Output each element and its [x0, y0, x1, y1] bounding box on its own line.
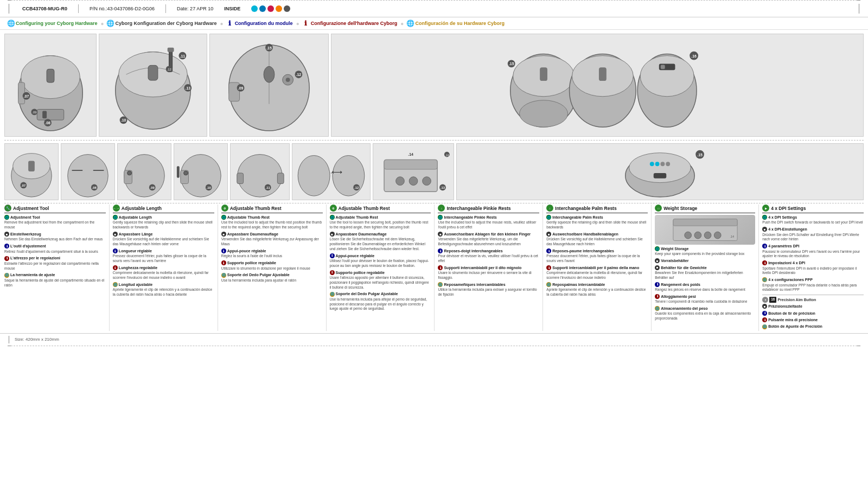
row2-img-6: ⟷ .12 [292, 143, 371, 200]
section-title-adjustment: 🔧 Adjustment Tool [4, 205, 106, 213]
svg-text:.09: .09 [150, 186, 155, 189]
it-badge: ℹ [4, 256, 9, 261]
divider-3 [326, 205, 327, 331]
section-weight-storage: □ Weight Storage .14 [655, 205, 755, 331]
step-num-11: ↕ [438, 205, 445, 212]
divider-6 [651, 205, 652, 331]
title-adjustment: Adjustment Tool [13, 206, 49, 211]
lang-de-adjustment: ■ Einstellwerkzeug Nehmen Sie das Einste… [4, 232, 106, 242]
section-pinkie: ↕ Interchangeable Pinkie Rests 🌐 Interch… [438, 205, 539, 331]
svg-rect-70 [177, 166, 180, 178]
svg-point-107 [684, 232, 691, 239]
svg-text:.14: .14 [730, 235, 734, 238]
title-it-text: Configurazione dell'hardware Cyborg [311, 21, 398, 26]
svg-text:.11: .11 [266, 186, 271, 189]
svg-point-98 [660, 162, 665, 166]
svg-text:.09: .09 [238, 86, 244, 90]
lang-fr-adjustment: ℹ L'outil d'ajustement Retirez l'outil d… [4, 244, 106, 254]
svg-rect-100 [654, 173, 667, 178]
row2-img-1: .07 [4, 143, 59, 200]
svg-rect-85 [384, 160, 437, 169]
bottom-bar: Size: 420mm x 210mm [0, 333, 868, 346]
lang-en-adjustment: 🌐 Adjustment Tool Remove the adjustment … [4, 215, 106, 230]
step-num-15: ▶ [762, 205, 769, 212]
section-thumb-rest-2: ⚙ Adjustable Thumb Rest 🌐 Adjustable Thu… [330, 205, 431, 331]
svg-point-40 [520, 100, 568, 126]
svg-text:.07: .07 [24, 94, 29, 98]
en-icon: 🌐 [8, 20, 14, 27]
section-title-length: ←→ Adjustable Length [113, 205, 214, 213]
es-badge: 🌐 [4, 273, 9, 278]
body-thumb2: 🌐 Adjustable Thumb Rest Use the tool to … [330, 215, 431, 311]
section-adjustment-tool: 🔧 Adjustment Tool 🌐 Adjustment Tool Remo… [4, 205, 106, 331]
svg-text:.12: .12 [296, 73, 302, 76]
svg-text:.08: .08 [45, 121, 50, 125]
section-adj-length: ←→ Adjustable Length 🌐 Adjustable Length… [113, 205, 214, 331]
svg-point-30 [286, 78, 290, 82]
section-thumb-rest-1: ⚙ Adjustable Thumb Rest 🌐 Adjustable Thu… [221, 205, 323, 331]
title-length: Adjustable Length [122, 206, 162, 211]
body-pinkie: 🌐 Interchangeable Pinkie Rests Use the i… [438, 215, 539, 297]
title-es-text: Configuración de su Hardware Cyborg [415, 21, 505, 26]
section-title-thumb2: ⚙ Adjustable Thumb Rest [330, 205, 431, 213]
svg-text:.10: .10 [207, 186, 212, 189]
row2-img-2: .08 [61, 143, 115, 200]
svg-rect-43 [599, 67, 607, 81]
svg-point-88 [423, 176, 431, 185]
dot-cyan [251, 5, 258, 12]
svg-text:.07: .07 [21, 184, 26, 187]
dot-magenta [267, 5, 274, 12]
top-image-row: .07 .08 .09 [4, 32, 864, 138]
title-es: 🌐 Configuración de su Hardware Cyborg [407, 20, 505, 27]
section-title-pinkie: ↕ Interchangeable Pinkie Rests [438, 205, 539, 213]
svg-point-109 [704, 232, 711, 239]
section-dpi: ▶ 4 x DPI Settings 🌐 4 x DPI Settings Pu… [762, 205, 864, 331]
section-title-dpi: ▶ 4 x DPI Settings [762, 205, 864, 213]
svg-text:.08: .08 [92, 186, 97, 189]
row2-img-8: .15 [456, 143, 864, 200]
svg-text:.12: .12 [167, 68, 171, 71]
row2-img-7: .13 .14 .14 [373, 143, 454, 200]
svg-text:⟷: ⟷ [331, 168, 342, 176]
svg-point-86 [396, 176, 405, 185]
divider-1 [109, 205, 110, 331]
title-palm: Interchangeable Palm Rests [555, 206, 616, 211]
svg-text:.11: .11 [180, 54, 186, 58]
svg-point-99 [666, 162, 670, 166]
de-badge: ■ [4, 232, 9, 237]
row2-img-4: .10 [174, 143, 228, 200]
row2-img-5: .11 [230, 143, 290, 200]
mouse-img-2: .11 .13 .12 .10 [99, 34, 207, 137]
svg-rect-16 [168, 47, 174, 52]
title-de-text: Cyborg Konfiguration der Cyborg Hardware [116, 21, 217, 26]
size-label: Size: 420mm x 210mm [15, 337, 59, 342]
svg-point-110 [714, 232, 721, 239]
date-label: Date: 27 APR 10 [177, 6, 213, 11]
step-num-07: 🔧 [4, 205, 11, 212]
title-en: 🌐 Configuring your Cyborg Hardware [8, 20, 98, 27]
svg-point-57 [68, 154, 108, 196]
svg-point-64 [127, 171, 132, 175]
divider-5 [542, 205, 543, 331]
svg-rect-39 [540, 67, 547, 81]
svg-point-108 [694, 232, 701, 239]
title-dpi: 4 x DPI Settings [771, 206, 806, 211]
lang-it-length: ℹ Lunghezza regolabile Comprimere delica… [113, 265, 214, 280]
header-icons [251, 5, 290, 12]
step-num-09: ⚙ [221, 205, 228, 212]
part-code: CCB43708-MUG-R0 [22, 6, 67, 11]
svg-text:.12: .12 [354, 186, 359, 189]
svg-text:.15: .15 [266, 46, 272, 49]
main-content: .07 .08 .09 [0, 30, 868, 333]
body-weight: 🌐 Weight Storage Keep your spare compone… [655, 246, 755, 321]
svg-text:.15: .15 [697, 152, 703, 156]
es-icon: 🌐 [407, 20, 413, 27]
step-num-10: ⚙ [330, 205, 337, 212]
body-thumb1: 🌐 Adjustable Thumb Rest Use the included… [221, 215, 323, 283]
lang-fr-length: ℹ Longueur réglable Pressez doucement l'… [113, 248, 214, 264]
svg-rect-2 [47, 69, 54, 82]
mouse-img-1: .07 .08 .09 [4, 34, 97, 137]
step-num-08: ←→ [113, 205, 120, 212]
svg-text:.09: .09 [32, 111, 36, 114]
lang-es-length: 🌐 Longitud ajustable Apriete ligeramente… [113, 282, 214, 297]
